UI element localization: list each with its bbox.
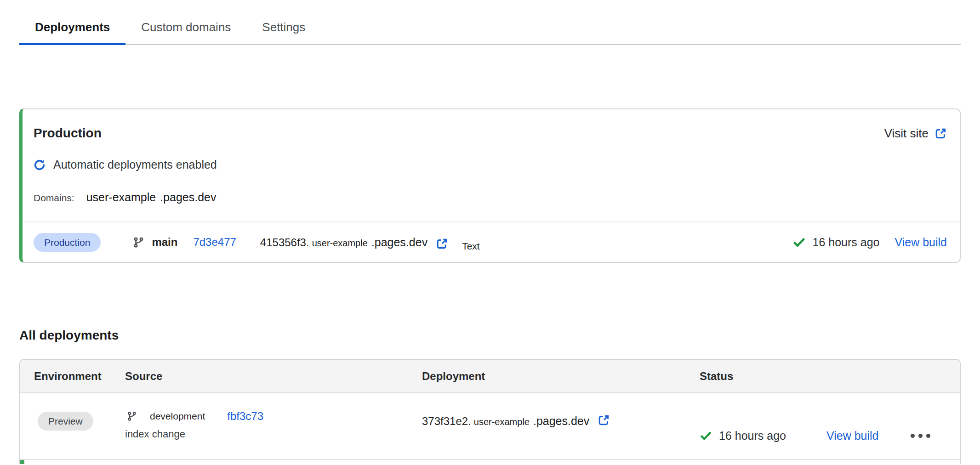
domain-name: user-example (86, 191, 156, 204)
commit-hash-link[interactable]: fbf3c73 (227, 410, 263, 423)
external-link-icon (934, 127, 947, 140)
production-card-title: Production (34, 126, 102, 141)
tab-settings[interactable]: Settings (246, 10, 321, 44)
row-menu-ellipsis-icon[interactable] (908, 431, 933, 441)
open-deployment-icon[interactable] (598, 414, 610, 426)
column-source: Source (125, 370, 422, 383)
deployment-url-name: user-example (474, 417, 530, 427)
success-check-icon (700, 430, 712, 442)
environment-badge-preview: Preview (38, 412, 93, 431)
view-build-link[interactable]: View build (826, 429, 879, 442)
deployment-url-suffix: .pages.dev (533, 414, 589, 428)
branch-name: main (152, 236, 177, 249)
column-environment: Environment (34, 370, 125, 383)
deployment-url-suffix: .pages.dev (371, 236, 427, 249)
auto-deploy-refresh-icon (34, 159, 46, 171)
commit-message: index change (125, 428, 422, 440)
deployments-table: Environment Source Deployment Status Pre… (19, 359, 961, 464)
deployment-url-prefix: 415356f3. (260, 236, 309, 249)
visit-site-link[interactable]: Visit site (884, 126, 947, 141)
deploy-time: 16 hours ago (719, 429, 786, 442)
domain-suffix: .pages.dev (160, 191, 216, 204)
table-row: Preview development fbf3c73 (20, 393, 960, 460)
next-row-partial (20, 460, 960, 464)
success-check-icon (792, 236, 806, 249)
table-header: Environment Source Deployment Status (20, 360, 960, 393)
open-deployment-icon[interactable] (436, 238, 448, 250)
deployment-url-name: user-example (312, 238, 368, 249)
column-status: Status (700, 370, 960, 383)
tab-deployments[interactable]: Deployments (19, 10, 125, 44)
branch-name: development (150, 411, 205, 422)
environment-badge-production: Production (34, 233, 101, 252)
view-build-link[interactable]: View build (895, 236, 947, 249)
production-card: Production Visit site Automa (19, 108, 961, 263)
deploy-time: 16 hours ago (813, 236, 880, 249)
commit-hash-link[interactable]: 7d3e477 (193, 236, 236, 249)
all-deployments-heading: All deployments (19, 328, 961, 343)
deployment-url-prefix: 373f31e2. (422, 415, 471, 428)
text-annotation: Text (462, 241, 480, 252)
production-deployment-row: Production main 7d3e477 415356f3. user-e… (34, 222, 947, 262)
git-branch-icon (127, 411, 137, 421)
tab-bar: Deployments Custom domains Settings (19, 10, 961, 45)
visit-site-label: Visit site (884, 126, 929, 141)
domains-label: Domains: (34, 193, 74, 204)
tab-custom-domains[interactable]: Custom domains (125, 10, 246, 44)
column-deployment: Deployment (422, 370, 700, 383)
git-branch-icon (133, 237, 144, 248)
auto-deploy-text: Automatic deployments enabled (53, 158, 217, 171)
